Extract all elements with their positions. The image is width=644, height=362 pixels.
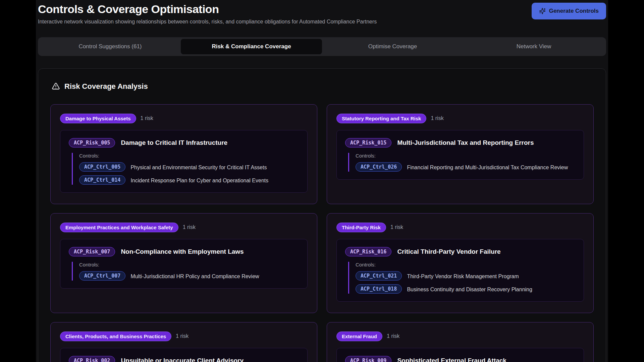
section-title: Risk Coverage Analysis bbox=[64, 82, 148, 91]
category-badge-row: Clients, Products, and Business Practice… bbox=[60, 331, 308, 341]
risk-item: ACP_Risk_015 Multi-Jurisdictional Tax an… bbox=[336, 130, 584, 180]
risk-category-card: Employment Practices and Workplace Safet… bbox=[50, 213, 317, 313]
risk-category-card: Statutory Reporting and Tax Risk 1 risk … bbox=[327, 104, 594, 204]
risk-id-pill: ACP_Risk_016 bbox=[345, 247, 391, 256]
tab-optimise-coverage[interactable]: Optimise Coverage bbox=[322, 39, 463, 54]
category-badge: Statutory Reporting and Tax Risk bbox=[336, 114, 426, 123]
control-name: Third-Party Vendor Risk Management Progr… bbox=[407, 271, 519, 280]
controls-label: Controls: bbox=[79, 262, 299, 267]
generate-controls-button[interactable]: Generate Controls bbox=[532, 3, 606, 19]
risk-title: Damage to Critical IT Infrastructure bbox=[121, 139, 227, 146]
controls-label: Controls: bbox=[356, 153, 575, 159]
control-row: ACP_Ctrl_014 Incident Response Plan for … bbox=[79, 175, 299, 185]
risk-category-card: External Fraud 1 risk ACP_Risk_009 Sophi… bbox=[327, 322, 594, 362]
risk-id-pill: ACP_Risk_015 bbox=[345, 138, 391, 147]
risk-header: ACP_Risk_007 Non-Compliance with Employm… bbox=[69, 247, 299, 256]
category-badge-row: Third-Party Risk 1 risk bbox=[336, 223, 584, 232]
category-badge: Damage to Physical Assets bbox=[60, 114, 136, 123]
risk-coverage-panel: Risk Coverage Analysis Damage to Physica… bbox=[38, 68, 606, 362]
risk-header: ACP_Risk_015 Multi-Jurisdictional Tax an… bbox=[345, 138, 575, 147]
sparkles-icon bbox=[539, 8, 546, 14]
tab-bar: Control Suggestions (61) Risk & Complian… bbox=[38, 37, 606, 56]
controls-block: Controls: ACP_Ctrl_005 Physical and Envi… bbox=[72, 153, 299, 185]
section-heading: Risk Coverage Analysis bbox=[52, 82, 594, 91]
control-id-pill: ACP_Ctrl_005 bbox=[79, 162, 125, 172]
tab-control-suggestions[interactable]: Control Suggestions (61) bbox=[40, 39, 181, 54]
risk-title: Unsuitable or Inaccurate Client Advisory bbox=[121, 357, 244, 362]
risk-count-label: 1 risk bbox=[176, 333, 189, 339]
risk-item: ACP_Risk_007 Non-Compliance with Employm… bbox=[60, 239, 308, 289]
risk-count-label: 1 risk bbox=[390, 224, 403, 230]
control-row: ACP_Ctrl_007 Multi-Jurisdictional HR Pol… bbox=[79, 271, 299, 281]
risk-title: Critical Third-Party Vendor Failure bbox=[397, 248, 500, 255]
risk-category-card: Third-Party Risk 1 risk ACP_Risk_016 Cri… bbox=[327, 213, 594, 313]
controls-label: Controls: bbox=[356, 262, 575, 267]
risk-item: ACP_Risk_005 Damage to Critical IT Infra… bbox=[60, 130, 308, 193]
risk-header: ACP_Risk_005 Damage to Critical IT Infra… bbox=[69, 138, 299, 147]
risk-count-label: 1 risk bbox=[183, 224, 196, 230]
control-name: Incident Response Plan for Cyber and Ope… bbox=[130, 175, 268, 184]
app-container: Controls & Coverage Optimisation Interac… bbox=[36, 0, 608, 362]
risk-title: Multi-Jurisdictional Tax and Reporting E… bbox=[397, 139, 534, 146]
controls-block: Controls: ACP_Ctrl_026 Financial Reporti… bbox=[348, 153, 575, 172]
risk-id-pill: ACP_Risk_007 bbox=[69, 247, 115, 256]
risk-count-label: 1 risk bbox=[387, 333, 399, 339]
category-badge: Clients, Products, and Business Practice… bbox=[60, 331, 171, 341]
control-name: Financial Reporting and Multi-Jurisdicti… bbox=[407, 162, 568, 171]
control-name: Multi-Jurisdictional HR Policy and Compl… bbox=[130, 271, 259, 280]
risk-header: ACP_Risk_002 Unsuitable or Inaccurate Cl… bbox=[69, 356, 299, 362]
category-badge-row: Statutory Reporting and Tax Risk 1 risk bbox=[336, 114, 584, 123]
category-badge-row: Damage to Physical Assets 1 risk bbox=[60, 114, 308, 123]
page-subtitle: Interactive network visualization showin… bbox=[38, 19, 377, 25]
page-title: Controls & Coverage Optimisation bbox=[38, 2, 377, 16]
risk-id-pill: ACP_Risk_005 bbox=[69, 138, 115, 147]
control-row: ACP_Ctrl_018 Business Continuity and Dis… bbox=[356, 284, 575, 294]
controls-block: Controls: ACP_Ctrl_021 Third-Party Vendo… bbox=[348, 262, 575, 294]
risk-title: Non-Compliance with Employment Laws bbox=[121, 248, 244, 255]
tab-network-view[interactable]: Network View bbox=[463, 39, 604, 54]
category-badge-row: External Fraud 1 risk bbox=[336, 331, 584, 341]
risk-title: Sophisticated External Fraud Attack bbox=[397, 357, 506, 362]
control-id-pill: ACP_Ctrl_014 bbox=[79, 175, 125, 185]
category-badge: External Fraud bbox=[336, 331, 382, 341]
control-name: Business Continuity and Disaster Recover… bbox=[407, 284, 532, 293]
risk-id-pill: ACP_Risk_009 bbox=[345, 356, 391, 362]
control-id-pill: ACP_Ctrl_018 bbox=[356, 284, 402, 294]
risk-category-card: Clients, Products, and Business Practice… bbox=[50, 322, 317, 362]
risk-header: ACP_Risk_016 Critical Third-Party Vendor… bbox=[345, 247, 575, 256]
category-badge: Employment Practices and Workplace Safet… bbox=[60, 223, 178, 232]
controls-block: Controls: ACP_Ctrl_007 Multi-Jurisdictio… bbox=[72, 262, 299, 281]
tab-risk-compliance-coverage[interactable]: Risk & Compliance Coverage bbox=[181, 39, 322, 54]
generate-controls-label: Generate Controls bbox=[549, 8, 599, 14]
category-badge: Third-Party Risk bbox=[336, 223, 386, 232]
risk-item: ACP_Risk_016 Critical Third-Party Vendor… bbox=[336, 239, 584, 302]
controls-label: Controls: bbox=[79, 153, 299, 159]
control-id-pill: ACP_Ctrl_021 bbox=[356, 271, 402, 281]
control-id-pill: ACP_Ctrl_007 bbox=[79, 271, 125, 281]
risk-header: ACP_Risk_009 Sophisticated External Frau… bbox=[345, 356, 575, 362]
header-text-block: Controls & Coverage Optimisation Interac… bbox=[38, 2, 377, 25]
risk-cards-grid: Damage to Physical Assets 1 risk ACP_Ris… bbox=[50, 104, 594, 362]
risk-category-card: Damage to Physical Assets 1 risk ACP_Ris… bbox=[50, 104, 317, 204]
risk-count-label: 1 risk bbox=[141, 115, 153, 121]
risk-id-pill: ACP_Risk_002 bbox=[69, 356, 115, 362]
control-name: Physical and Environmental Security for … bbox=[130, 162, 267, 171]
alert-triangle-icon bbox=[52, 82, 60, 90]
risk-item: ACP_Risk_009 Sophisticated External Frau… bbox=[336, 348, 584, 362]
control-row: ACP_Ctrl_021 Third-Party Vendor Risk Man… bbox=[356, 271, 575, 281]
page-header: Controls & Coverage Optimisation Interac… bbox=[38, 2, 606, 25]
risk-count-label: 1 risk bbox=[431, 115, 443, 121]
risk-item: ACP_Risk_002 Unsuitable or Inaccurate Cl… bbox=[60, 348, 308, 362]
control-id-pill: ACP_Ctrl_026 bbox=[356, 162, 402, 172]
control-row: ACP_Ctrl_005 Physical and Environmental … bbox=[79, 162, 299, 172]
control-row: ACP_Ctrl_026 Financial Reporting and Mul… bbox=[356, 162, 575, 172]
category-badge-row: Employment Practices and Workplace Safet… bbox=[60, 223, 308, 232]
